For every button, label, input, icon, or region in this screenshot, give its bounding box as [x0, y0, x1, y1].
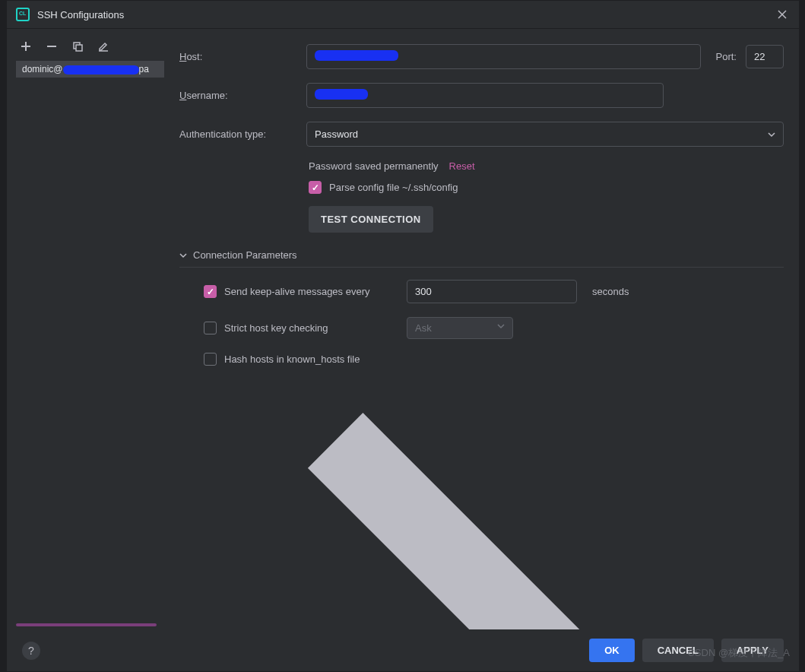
apply-button[interactable]: APPLY — [721, 639, 784, 662]
config-item[interactable]: dominic@pa — [16, 61, 164, 78]
redacted-block — [315, 50, 398, 61]
redacted-block — [63, 65, 139, 74]
help-button[interactable]: ? — [22, 642, 40, 660]
hash-hosts-checkbox[interactable] — [204, 353, 217, 366]
form-panel: Host: Port: Username: Authentication typ… — [164, 29, 799, 629]
strict-host-select: Ask — [407, 317, 513, 339]
parse-config-label: Parse config file ~/.ssh/config — [329, 182, 458, 193]
auth-type-label: Authentication type: — [179, 128, 297, 140]
host-input[interactable] — [306, 44, 701, 69]
titlebar: SSH Configurations — [7, 1, 799, 29]
keepalive-input[interactable] — [407, 280, 577, 303]
strict-host-value: Ask — [415, 322, 432, 334]
auth-type-select[interactable]: Password — [306, 122, 784, 147]
copy-icon — [72, 41, 83, 52]
test-connection-button[interactable]: TEST CONNECTION — [309, 206, 433, 233]
remove-button[interactable] — [45, 40, 59, 53]
svg-rect-6 — [76, 45, 82, 51]
chevron-right-icon — [179, 388, 699, 629]
footer: ? OK CANCEL APPLY — [7, 629, 799, 671]
keepalive-checkbox[interactable] — [204, 285, 217, 298]
minus-icon — [46, 41, 57, 52]
edit-button[interactable] — [97, 40, 110, 53]
proxy-header[interactable]: HTTP/SOCKS Proxy — [179, 388, 784, 629]
host-label: Host: — [179, 51, 297, 62]
redacted-block — [315, 89, 368, 100]
close-button[interactable] — [775, 7, 790, 22]
plus-icon — [21, 41, 31, 52]
password-saved-text: Password saved permanently — [309, 160, 439, 172]
window-title: SSH Configurations — [37, 9, 767, 21]
port-label: Port: — [716, 51, 737, 62]
sidebar: dominic@pa — [7, 29, 164, 629]
hash-hosts-label: Hash hosts in known_hosts file — [224, 353, 360, 365]
cancel-button[interactable]: CANCEL — [642, 639, 714, 662]
username-label: Username: — [179, 90, 297, 101]
auth-type-value: Password — [315, 128, 358, 140]
app-icon — [16, 8, 30, 21]
copy-button[interactable] — [71, 40, 84, 53]
chevron-down-icon — [497, 322, 505, 330]
help-icon: ? — [28, 645, 34, 657]
add-button[interactable] — [19, 40, 33, 53]
username-input[interactable] — [306, 83, 664, 108]
ok-button[interactable]: OK — [589, 639, 635, 662]
port-input[interactable] — [746, 45, 784, 68]
keepalive-label: Send keep-alive messages every — [224, 286, 399, 297]
sidebar-scrollbar[interactable] — [16, 623, 157, 626]
chevron-down-icon — [179, 252, 187, 259]
chevron-down-icon — [768, 131, 775, 138]
config-item-suffix: pa — [139, 64, 149, 74]
sidebar-toolbar — [16, 36, 164, 61]
config-list: dominic@pa — [16, 61, 164, 623]
strict-host-label: Strict host key checking — [224, 322, 399, 334]
seconds-label: seconds — [592, 286, 629, 297]
close-icon — [777, 9, 788, 20]
pencil-icon — [98, 41, 109, 52]
config-item-prefix: dominic@ — [22, 64, 63, 74]
strict-host-checkbox[interactable] — [204, 322, 217, 334]
reset-link[interactable]: Reset — [449, 160, 475, 172]
connection-params-title: Connection Parameters — [193, 249, 297, 261]
connection-params-header[interactable]: Connection Parameters — [179, 249, 784, 268]
parse-config-checkbox[interactable] — [309, 181, 322, 194]
